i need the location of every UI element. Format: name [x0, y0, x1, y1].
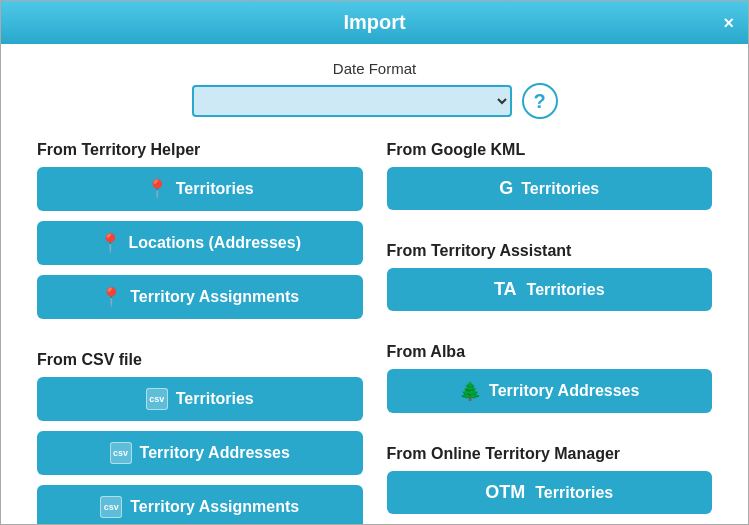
right-column: From Google KML G Territories From Terri…	[375, 137, 725, 525]
pin-icon-2: 📍	[99, 232, 121, 254]
th-assignments-label: Territory Assignments	[130, 288, 299, 306]
pin-icon-3: 📍	[100, 286, 122, 308]
close-button[interactable]: ×	[723, 14, 734, 32]
section-title-territory-helper: From Territory Helper	[37, 141, 363, 159]
ta-territories-label: Territories	[527, 281, 605, 299]
th-locations-label: Locations (Addresses)	[129, 234, 301, 252]
help-button[interactable]: ?	[522, 83, 558, 119]
title-bar: Import ×	[1, 1, 748, 44]
date-format-section: Date Format ?	[25, 60, 724, 119]
csv-territories-label: Territories	[176, 390, 254, 408]
google-icon: G	[499, 178, 513, 199]
window-title: Import	[343, 11, 405, 33]
th-territories-label: Territories	[176, 180, 254, 198]
otm-icon: OTM	[485, 482, 525, 503]
spacer-3	[387, 321, 713, 339]
left-column: From Territory Helper 📍 Territories 📍 Lo…	[25, 137, 375, 525]
date-format-select[interactable]	[192, 85, 512, 117]
th-assignments-button[interactable]: 📍 Territory Assignments	[37, 275, 363, 319]
kml-territories-button[interactable]: G Territories	[387, 167, 713, 210]
spacer-1	[37, 329, 363, 347]
alba-addresses-button[interactable]: 🌲 Territory Addresses	[387, 369, 713, 413]
ta-icon: TA	[494, 279, 517, 300]
pin-icon: 📍	[146, 178, 168, 200]
ta-territories-button[interactable]: TA Territories	[387, 268, 713, 311]
csv-assignments-button[interactable]: csv Territory Assignments	[37, 485, 363, 525]
content-area: Date Format ? From Territory Helper 📍 Te…	[1, 44, 748, 525]
otm-territories-label: Territories	[535, 484, 613, 502]
date-format-label: Date Format	[333, 60, 416, 77]
kml-territories-label: Territories	[521, 180, 599, 198]
spacer-4	[387, 423, 713, 441]
csv-icon-3: csv	[100, 496, 122, 518]
th-locations-button[interactable]: 📍 Locations (Addresses)	[37, 221, 363, 265]
section-title-otm: From Online Territory Manager	[387, 445, 713, 463]
main-columns: From Territory Helper 📍 Territories 📍 Lo…	[25, 137, 724, 525]
csv-territories-button[interactable]: csv Territories	[37, 377, 363, 421]
section-title-google-kml: From Google KML	[387, 141, 713, 159]
csv-assignments-label: Territory Assignments	[130, 498, 299, 516]
section-title-alba: From Alba	[387, 343, 713, 361]
section-title-ta: From Territory Assistant	[387, 242, 713, 260]
csv-addresses-button[interactable]: csv Territory Addresses	[37, 431, 363, 475]
otm-territories-button[interactable]: OTM Territories	[387, 471, 713, 514]
csv-icon-1: csv	[146, 388, 168, 410]
spacer-2	[387, 220, 713, 238]
tree-icon: 🌲	[459, 380, 481, 402]
csv-icon-2: csv	[110, 442, 132, 464]
section-title-csv: From CSV file	[37, 351, 363, 369]
help-icon: ?	[533, 90, 545, 113]
import-window: Import × Date Format ? From Territory He…	[0, 0, 749, 525]
csv-addresses-label: Territory Addresses	[140, 444, 290, 462]
alba-addresses-label: Territory Addresses	[489, 382, 639, 400]
th-territories-button[interactable]: 📍 Territories	[37, 167, 363, 211]
date-format-row: ?	[25, 83, 724, 119]
